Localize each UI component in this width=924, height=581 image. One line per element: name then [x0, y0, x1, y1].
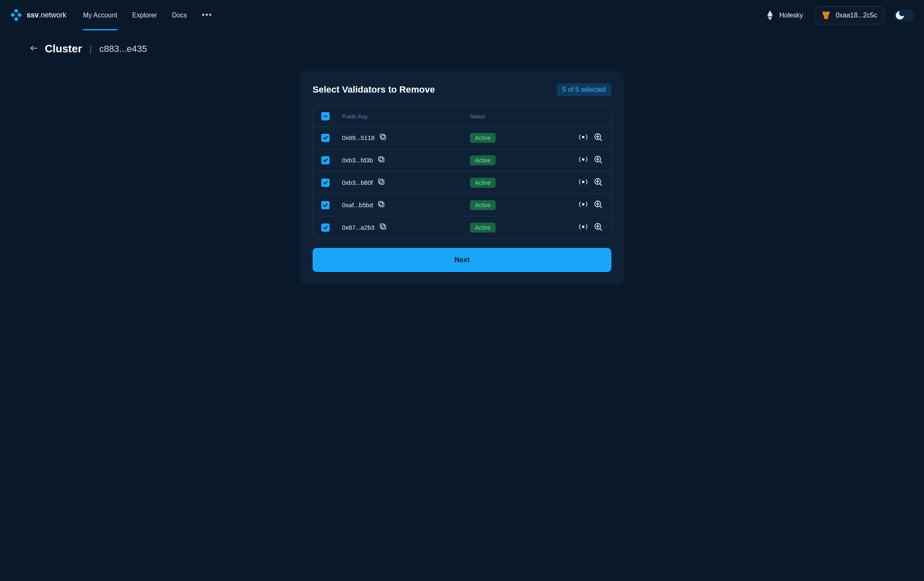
explorer-icon[interactable] [594, 132, 603, 143]
breadcrumb-id: c883...e435 [99, 44, 147, 54]
nav: My Account Explorer Docs ••• [83, 0, 213, 30]
validators-panel: Select Validators to Remove 5 of 5 selec… [300, 71, 624, 284]
explorer-icon[interactable] [594, 177, 603, 188]
network-name: Holesky [779, 12, 803, 19]
copy-icon[interactable] [379, 223, 387, 232]
validators-table: Public Key Status 0x89...5118 Active 0xb… [313, 106, 611, 239]
breadcrumb-title: Cluster [45, 42, 82, 55]
svg-rect-2 [17, 12, 22, 17]
logo-icon [10, 9, 22, 22]
theme-toggle[interactable] [894, 10, 914, 21]
next-button[interactable]: Next [313, 248, 611, 272]
table-row: 0xb3...b80f Active [313, 171, 611, 194]
nav-explorer[interactable]: Explorer [132, 0, 157, 30]
row-checkbox[interactable] [321, 201, 330, 209]
svg-rect-12 [380, 158, 384, 162]
copy-icon[interactable] [378, 201, 385, 209]
row-checkbox[interactable] [321, 223, 330, 232]
public-key: 0xb3...b80f [342, 179, 373, 186]
svg-rect-16 [380, 180, 384, 184]
table-row: 0xb3...fd3b Active [313, 149, 611, 171]
svg-rect-25 [380, 224, 384, 228]
select-all-checkbox[interactable] [321, 112, 330, 120]
explorer-icon[interactable] [594, 200, 603, 211]
explorer-icon[interactable] [594, 222, 603, 233]
breadcrumb-separator: | [90, 44, 92, 54]
public-key: 0xb3...fd3b [342, 157, 373, 164]
beacon-icon[interactable] [579, 132, 588, 143]
copy-icon[interactable] [378, 156, 385, 164]
copy-icon[interactable] [379, 133, 387, 142]
status-badge: Active [470, 155, 496, 165]
svg-rect-17 [379, 179, 383, 183]
column-status: Status [470, 113, 553, 120]
beacon-icon[interactable] [579, 155, 588, 166]
panel-title: Select Validators to Remove [313, 84, 435, 95]
svg-point-18 [582, 181, 584, 183]
svg-rect-8 [381, 135, 386, 140]
svg-point-10 [582, 136, 584, 138]
svg-point-26 [582, 226, 584, 228]
svg-rect-20 [380, 203, 384, 207]
status-badge: Active [470, 178, 496, 188]
row-checkbox[interactable] [321, 156, 330, 164]
explorer-icon[interactable] [594, 155, 603, 166]
breadcrumb: Cluster | c883...e435 [0, 31, 924, 71]
status-badge: Active [470, 223, 496, 233]
public-key: 0x89...5118 [342, 134, 374, 141]
column-public-key: Public Key [342, 113, 470, 120]
svg-rect-9 [380, 134, 384, 138]
svg-rect-3 [14, 17, 18, 21]
table-row: 0xaf...b5bd Active [313, 194, 611, 216]
topbar: ssv.network My Account Explorer Docs •••… [0, 0, 924, 31]
logo[interactable]: ssv.network [10, 9, 66, 22]
table-row: 0x89...5118 Active [313, 126, 611, 149]
nav-my-account[interactable]: My Account [83, 0, 117, 30]
nav-docs[interactable]: Docs [172, 0, 187, 30]
beacon-icon[interactable] [579, 177, 588, 188]
wallet-address: 0xaa18...2c5c [836, 12, 877, 19]
beacon-icon[interactable] [579, 222, 588, 233]
svg-rect-13 [379, 157, 383, 161]
copy-icon[interactable] [378, 178, 385, 187]
metamask-icon [821, 11, 831, 20]
beacon-icon[interactable] [579, 200, 588, 211]
svg-rect-0 [14, 9, 18, 13]
table-row: 0x87...a2b3 Active [313, 216, 611, 238]
svg-rect-21 [379, 201, 383, 206]
svg-point-22 [582, 203, 584, 206]
wallet-button[interactable]: 0xaa18...2c5c [814, 6, 884, 25]
status-badge: Active [470, 133, 496, 143]
row-checkbox[interactable] [321, 179, 330, 187]
svg-point-14 [582, 158, 584, 161]
selection-count-badge: 5 of 5 selected [557, 83, 611, 96]
table-header: Public Key Status [313, 106, 611, 126]
ethereum-icon [767, 10, 773, 20]
logo-text: ssv.network [27, 11, 66, 20]
public-key: 0x87...a2b3 [342, 224, 374, 231]
moon-icon [896, 11, 904, 20]
svg-rect-24 [381, 225, 386, 229]
row-checkbox[interactable] [321, 134, 330, 142]
status-badge: Active [470, 200, 496, 210]
public-key: 0xaf...b5bd [342, 201, 373, 208]
more-icon[interactable]: ••• [202, 11, 213, 20]
svg-rect-1 [10, 12, 15, 17]
back-arrow-icon[interactable] [30, 44, 37, 53]
svg-marker-5 [824, 15, 829, 19]
network-selector[interactable]: Holesky [767, 10, 803, 20]
